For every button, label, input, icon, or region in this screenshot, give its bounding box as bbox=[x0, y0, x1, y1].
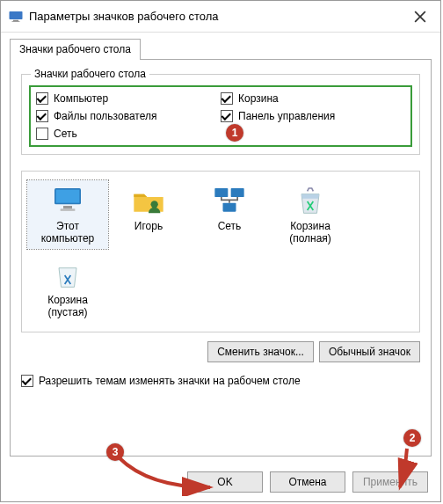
checkbox-icon bbox=[36, 92, 48, 105]
folder-user-icon bbox=[131, 184, 166, 219]
checkbox-icon bbox=[221, 110, 233, 122]
checkbox-network[interactable]: Сеть bbox=[36, 128, 221, 140]
checkbox-icon bbox=[21, 375, 33, 387]
annotation-badge-3: 3 bbox=[106, 443, 124, 461]
tab-strip: Значки рабочего стола bbox=[10, 38, 440, 59]
checkbox-allow-themes[interactable]: Разрешить темам изменять значки на рабоч… bbox=[21, 375, 420, 387]
checkbox-icon bbox=[36, 110, 48, 122]
checkbox-icon bbox=[36, 128, 48, 140]
svg-rect-1 bbox=[13, 19, 18, 21]
checkbox-recycle-bin[interactable]: Корзина bbox=[221, 92, 405, 105]
svg-rect-10 bbox=[214, 188, 228, 197]
checkbox-computer[interactable]: Компьютер bbox=[36, 92, 221, 105]
annotation-badge-2: 2 bbox=[403, 429, 421, 447]
checkbox-label: Разрешить темам изменять значки на рабоч… bbox=[39, 375, 301, 387]
dialog-window: Параметры значков рабочего стола Значки … bbox=[0, 0, 441, 502]
ok-button[interactable]: OK bbox=[187, 471, 263, 493]
svg-rect-7 bbox=[63, 206, 72, 208]
icon-item-recycle-empty[interactable]: Корзина (пустая) bbox=[27, 254, 108, 323]
svg-rect-12 bbox=[223, 203, 236, 212]
close-button[interactable] bbox=[400, 3, 440, 31]
svg-rect-8 bbox=[61, 208, 76, 211]
icon-label: Корзина (полная) bbox=[289, 221, 331, 245]
checkbox-label: Сеть bbox=[54, 128, 77, 140]
checkbox-label: Файлы пользователя bbox=[54, 110, 156, 122]
icon-item-user-folder[interactable]: Игорь bbox=[108, 180, 189, 249]
window-title: Параметры значков рабочего стола bbox=[29, 10, 400, 23]
icon-label: Корзина (пустая) bbox=[47, 295, 88, 319]
svg-point-9 bbox=[151, 201, 158, 208]
group-legend: Значки рабочего стола bbox=[31, 68, 149, 80]
icon-preview-list: Этот компьютер Игорь Сеть bbox=[21, 171, 420, 332]
checkbox-label: Панель управления bbox=[238, 110, 335, 122]
checkbox-user-files[interactable]: Файлы пользователя bbox=[36, 110, 221, 122]
annotation-highlight-box: Компьютер Корзина Файлы пользователя Пан… bbox=[29, 85, 412, 147]
svg-rect-2 bbox=[12, 21, 20, 22]
recycle-empty-icon bbox=[50, 258, 85, 293]
svg-rect-6 bbox=[56, 190, 80, 203]
titlebar: Параметры значков рабочего стола bbox=[1, 1, 440, 33]
default-icon-button[interactable]: Обычный значок bbox=[319, 341, 420, 362]
close-icon bbox=[414, 11, 426, 23]
tab-desktop-icons[interactable]: Значки рабочего стола bbox=[10, 39, 141, 60]
icon-item-network[interactable]: Сеть bbox=[189, 180, 270, 249]
tab-panel: Значки рабочего стола Компьютер Корзина … bbox=[10, 59, 432, 457]
icon-label: Игорь bbox=[134, 221, 163, 245]
change-icon-button[interactable]: Сменить значок... bbox=[207, 341, 314, 362]
app-icon bbox=[8, 9, 24, 25]
monitor-icon bbox=[50, 184, 85, 219]
checkbox-label: Корзина bbox=[238, 92, 279, 105]
annotation-badge-1: 1 bbox=[226, 124, 243, 142]
apply-button[interactable]: Применить bbox=[352, 471, 428, 493]
icon-item-this-pc[interactable]: Этот компьютер bbox=[27, 180, 108, 249]
svg-rect-0 bbox=[10, 11, 23, 19]
cancel-button[interactable]: Отмена bbox=[270, 471, 345, 493]
network-icon bbox=[212, 184, 247, 219]
checkbox-control-panel[interactable]: Панель управления bbox=[221, 110, 405, 122]
icon-label: Сеть bbox=[218, 221, 242, 245]
checkbox-icon bbox=[221, 92, 233, 105]
checkbox-label: Компьютер bbox=[54, 92, 108, 105]
dialog-button-row: OK Отмена Применить bbox=[1, 471, 440, 493]
group-desktop-icons: Значки рабочего стола Компьютер Корзина … bbox=[21, 74, 420, 155]
recycle-full-icon bbox=[293, 184, 328, 219]
icon-item-recycle-full[interactable]: Корзина (полная) bbox=[270, 180, 351, 249]
icon-label: Этот компьютер bbox=[41, 221, 95, 245]
svg-rect-11 bbox=[231, 188, 244, 197]
